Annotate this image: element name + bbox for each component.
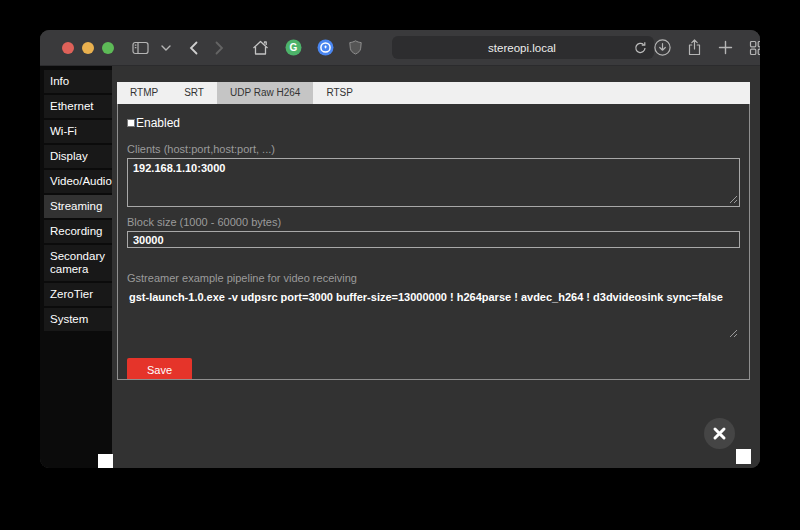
gstreamer-pipeline-textarea[interactable]: gst-launch-1.0.exe -v udpsrc port=3000 b… <box>127 287 740 341</box>
forward-icon[interactable] <box>215 41 224 55</box>
close-window-button[interactable] <box>62 42 74 54</box>
tab-overview-icon[interactable] <box>749 40 760 56</box>
sidebar-item-info[interactable]: Info <box>44 70 112 93</box>
udp-settings-panel: Enabled Clients (host:port,host:port, ..… <box>117 104 750 380</box>
address-bar-url: stereopi.local <box>392 42 634 54</box>
enabled-label: Enabled <box>136 116 180 130</box>
selection-handle[interactable] <box>98 454 113 468</box>
address-bar[interactable]: stereopi.local <box>392 36 654 59</box>
streaming-protocol-tabs: RTMP SRT UDP Raw H264 RTSP <box>117 82 750 104</box>
gstreamer-label: Gstreamer example pipeline for video rec… <box>127 272 740 284</box>
svg-text:G: G <box>290 42 298 53</box>
save-button[interactable]: Save <box>127 358 192 380</box>
sidebar-item-wifi[interactable]: Wi-Fi <box>44 120 112 143</box>
sidebar-item-zerotier[interactable]: ZeroTier <box>44 283 112 306</box>
reload-icon[interactable] <box>634 41 647 54</box>
page-body: Info Ethernet Wi-Fi Display Video/Audio … <box>40 66 760 468</box>
clients-textarea[interactable]: 192.168.1.10:3000 <box>127 158 740 207</box>
toolbar-right-group <box>654 39 760 56</box>
block-size-label: Block size (1000 - 60000 bytes) <box>127 216 740 228</box>
browser-titlebar: G stereopi.local <box>40 30 760 66</box>
selection-handle[interactable] <box>736 449 751 464</box>
sidebar-nav: Info Ethernet Wi-Fi Display Video/Audio … <box>40 66 112 468</box>
sidebar-item-secondary-camera[interactable]: Secondary camera <box>44 245 112 281</box>
minimize-window-button[interactable] <box>82 42 94 54</box>
shield-extension-icon[interactable] <box>349 40 362 55</box>
screenshot-background: G stereopi.local <box>0 0 800 530</box>
tab-udp-raw-h264[interactable]: UDP Raw H264 <box>217 82 313 104</box>
sidebar-item-recording[interactable]: Recording <box>44 220 112 243</box>
tab-srt[interactable]: SRT <box>171 82 217 104</box>
traffic-lights <box>62 42 114 54</box>
sidebar-item-ethernet[interactable]: Ethernet <box>44 95 112 118</box>
sidebar-item-display[interactable]: Display <box>44 145 112 168</box>
browser-window: G stereopi.local <box>40 30 760 468</box>
tab-rtmp[interactable]: RTMP <box>117 82 171 104</box>
zoom-window-button[interactable] <box>102 42 114 54</box>
chevron-down-icon[interactable] <box>161 45 171 51</box>
home-icon[interactable] <box>252 40 269 56</box>
back-icon[interactable] <box>189 41 198 55</box>
enabled-row: Enabled <box>127 116 740 130</box>
sidebar-item-system[interactable]: System <box>44 308 112 331</box>
close-overlay-button[interactable] <box>704 418 735 449</box>
enabled-checkbox[interactable] <box>127 119 135 127</box>
content-area: RTMP SRT UDP Raw H264 RTSP Enabled Clien… <box>112 66 760 468</box>
tab-rtsp[interactable]: RTSP <box>313 82 366 104</box>
block-size-input[interactable] <box>127 231 740 248</box>
close-icon <box>712 426 727 441</box>
downloads-icon[interactable] <box>654 39 671 56</box>
onepassword-extension-icon[interactable] <box>317 39 334 56</box>
grammarly-extension-icon[interactable]: G <box>285 39 302 56</box>
sidebar-toggle-icon[interactable] <box>132 41 149 55</box>
sidebar-item-video-audio[interactable]: Video/Audio <box>44 170 112 193</box>
sidebar-item-streaming[interactable]: Streaming <box>44 195 112 218</box>
share-icon[interactable] <box>687 39 702 56</box>
new-tab-icon[interactable] <box>718 40 733 55</box>
clients-label: Clients (host:port,host:port, ...) <box>127 143 740 155</box>
